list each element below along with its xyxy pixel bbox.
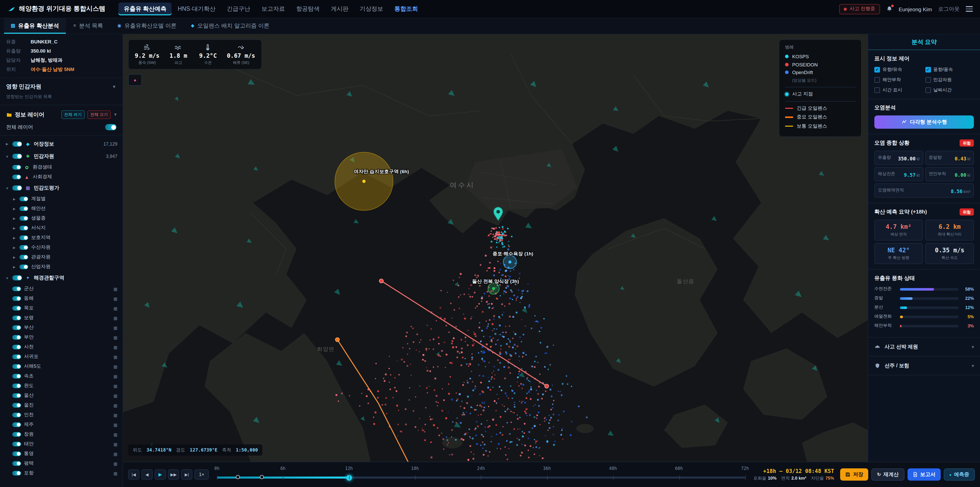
layer-toggle[interactable] — [12, 287, 21, 291]
layer-subitem[interactable]: ▶서식지 — [0, 223, 123, 233]
layer-toggle[interactable] — [12, 452, 21, 457]
caret-icon[interactable]: ▼ — [5, 186, 9, 190]
display-option-2[interactable]: ✓풍향/풍속 — [925, 66, 974, 73]
layer-subitem[interactable]: ▶관광자원 — [0, 252, 123, 262]
layer-item[interactable]: ▼▦민감도평가 — [0, 182, 123, 194]
checkbox[interactable] — [925, 77, 931, 83]
layer-toggle[interactable] — [19, 216, 28, 221]
checkbox[interactable]: ✓ — [874, 67, 880, 72]
layer-toggle[interactable] — [12, 393, 21, 398]
layer-toggle[interactable] — [19, 235, 28, 240]
layer-subitem[interactable]: ▲사회경제 — [0, 172, 123, 182]
caret-icon[interactable]: ▼ — [5, 276, 9, 279]
layer-item[interactable]: ▼❖민감자원3,947 — [0, 150, 123, 163]
caret-icon[interactable]: ▶ — [12, 236, 16, 240]
filter-icon[interactable]: ▼ — [113, 112, 118, 117]
layer-subitem[interactable]: ✿환경생태 — [0, 163, 123, 172]
nav-item-7[interactable]: 기상정보 — [355, 3, 388, 15]
layer-toggle[interactable] — [19, 265, 28, 270]
nav-item-2[interactable]: HNS·대기확산 — [172, 3, 221, 15]
layer-toggle[interactable] — [19, 245, 28, 250]
fence-endpoint[interactable] — [335, 338, 339, 342]
checkbox[interactable] — [874, 87, 880, 93]
notifications-button[interactable] — [886, 6, 892, 12]
layer-toggle[interactable] — [12, 403, 21, 408]
layer-subitem[interactable]: 울산▦ — [0, 391, 123, 401]
caret-icon[interactable]: ▶ — [12, 226, 16, 230]
layer-subitem[interactable]: ▶해안선 — [0, 204, 123, 214]
vessel-spec-section[interactable]: 사고 선박 제원▾ — [868, 338, 980, 356]
caret-icon[interactable]: ▶ — [12, 255, 16, 259]
polygon-analysis-button[interactable]: 다각형 분석수행 — [874, 115, 974, 129]
layer-toggle[interactable] — [12, 296, 21, 301]
play-button[interactable]: ▶ — [155, 469, 166, 480]
caret-icon[interactable]: ▶ — [12, 216, 16, 220]
display-option-4[interactable]: 민감자원 — [925, 77, 974, 83]
caret-icon[interactable]: ▼ — [5, 155, 9, 158]
layer-subitem[interactable]: 부산▦ — [0, 323, 123, 332]
layer-toggle[interactable] — [12, 471, 21, 476]
layer-toggle[interactable] — [12, 316, 21, 321]
layer-toggle[interactable] — [12, 325, 21, 330]
display-option-6[interactable]: 날짜시간 — [925, 87, 974, 93]
layer-toggle[interactable] — [12, 461, 21, 466]
nav-item-3[interactable]: 긴급구난 — [222, 3, 256, 15]
caret-icon[interactable]: ▶ — [12, 246, 16, 249]
fence-deploy-marker[interactable] — [236, 475, 240, 479]
tab-1[interactable]: ▨유출유 확산분석 — [4, 18, 65, 34]
prediction-status-button[interactable]: ●예측중 — [944, 469, 975, 481]
layer-toggle[interactable] — [12, 175, 21, 179]
map-canvas[interactable]: 여수시화양면돌산읍 여자만 습지보호구역 (6h)종포 해수욕장 (1h)돌산 … — [123, 34, 868, 462]
owner-insurance-section[interactable]: 선주 / 보험▾ — [868, 356, 980, 375]
layer-toggle[interactable] — [12, 422, 21, 427]
layer-toggle[interactable] — [12, 306, 21, 311]
caret-icon[interactable]: ▶ — [5, 142, 9, 146]
tab-4[interactable]: ◆오일펜스 배치 알고리즘 이론 — [184, 18, 276, 34]
master-layer-toggle[interactable] — [105, 124, 116, 130]
all-layers-off-button[interactable]: 전체 끄기 — [87, 110, 111, 119]
layer-item[interactable]: ▶◆어장정보17,129 — [0, 138, 123, 150]
layer-subitem[interactable]: 울진▦ — [0, 401, 123, 410]
layer-subitem[interactable]: 사천▦ — [0, 342, 123, 352]
layer-toggle[interactable] — [19, 206, 28, 211]
checkbox[interactable]: ✓ — [925, 67, 931, 72]
tab-2[interactable]: ≡분석 목록 — [67, 18, 110, 34]
fast-forward-button[interactable]: ▶▶ — [168, 469, 179, 480]
layer-subitem[interactable]: 부안▦ — [0, 332, 123, 342]
layer-subitem[interactable]: 제주▦ — [0, 420, 123, 430]
layer-subitem[interactable]: 통영▦ — [0, 449, 123, 459]
nav-item-8[interactable]: 통합조회 — [390, 3, 423, 15]
speed-button[interactable]: 1× — [194, 469, 209, 480]
layer-toggle[interactable] — [12, 165, 21, 170]
layer-subitem[interactable]: 인천▦ — [0, 410, 123, 420]
experiment-layer-button[interactable]: ● — [128, 74, 142, 86]
all-layers-on-button[interactable]: 전체 켜기 — [61, 110, 84, 119]
caret-icon[interactable]: ▶ — [12, 265, 16, 269]
layer-toggle[interactable] — [19, 255, 28, 260]
layer-toggle[interactable] — [12, 364, 21, 369]
nav-item-1[interactable]: 유출유 확산예측 — [119, 3, 172, 15]
layer-toggle[interactable] — [12, 383, 21, 388]
layer-subitem[interactable]: ▶수산자원 — [0, 243, 123, 252]
layer-toggle[interactable] — [12, 354, 21, 359]
checkbox[interactable] — [925, 87, 931, 93]
layer-toggle[interactable] — [12, 154, 22, 159]
nav-item-4[interactable]: 보고자료 — [256, 3, 290, 15]
layer-subitem[interactable]: 보령▦ — [0, 313, 123, 323]
layer-subitem[interactable]: ▶산업자원 — [0, 262, 123, 272]
layer-toggle[interactable] — [12, 413, 21, 418]
layer-subitem[interactable]: 창원▦ — [0, 430, 123, 439]
layer-subitem[interactable]: 동해▦ — [0, 294, 123, 303]
layer-toggle[interactable] — [12, 335, 21, 340]
logout-button[interactable]: 로그아웃 — [938, 5, 959, 13]
caret-icon[interactable]: ▶ — [12, 197, 16, 201]
fence-deploy-marker[interactable] — [260, 475, 264, 479]
layer-toggle[interactable] — [12, 374, 21, 379]
save-button[interactable]: 저장 — [840, 469, 868, 481]
nav-item-5[interactable]: 항공탐색 — [291, 3, 325, 15]
layer-subitem[interactable]: 완도▦ — [0, 381, 123, 391]
checkbox[interactable] — [874, 77, 880, 83]
tab-3[interactable]: ◉유출유확산모델 이론 — [111, 18, 183, 34]
display-option-5[interactable]: 시간 표시 — [874, 87, 923, 93]
layer-list[interactable]: ▶◆어장정보17,129▼❖민감자원3,947✿환경생태▲사회경제▼▦민감도평가… — [0, 136, 123, 487]
